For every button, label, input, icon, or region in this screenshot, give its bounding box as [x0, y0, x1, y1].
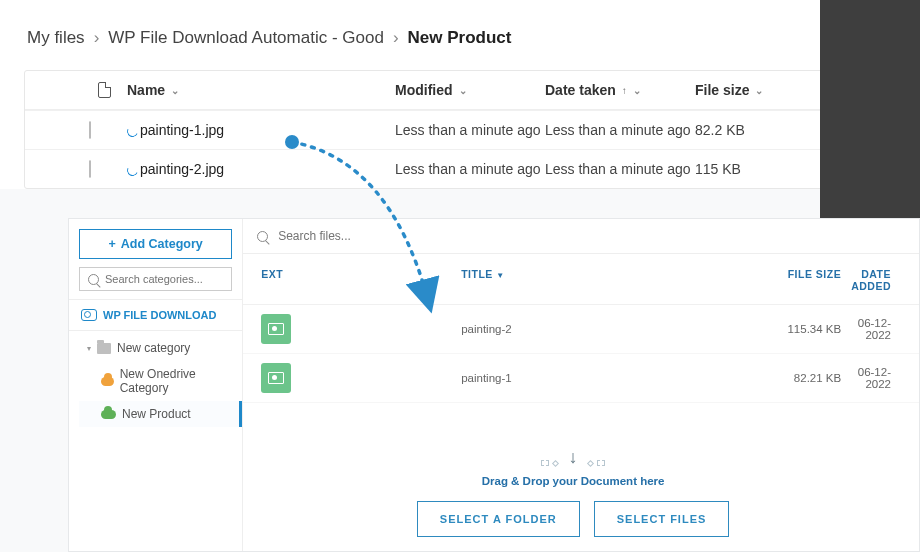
file-size: 115 KB: [695, 161, 795, 177]
plus-icon: +: [108, 237, 115, 251]
select-folder-button[interactable]: SELECT A FOLDER: [417, 501, 580, 537]
file-modified: Less than a minute ago: [395, 161, 545, 177]
column-date-taken[interactable]: Date taken↑⌄: [545, 82, 695, 98]
sort-desc-icon: ▼: [496, 271, 504, 280]
sidebar-item-new-category[interactable]: ▾ New category: [79, 335, 232, 361]
file-type-column-icon[interactable]: [81, 82, 127, 98]
file-title: painting-2: [461, 323, 701, 335]
search-files-row: [243, 219, 919, 254]
table-row[interactable]: painting-2.jpg Less than a minute ago Le…: [25, 149, 898, 188]
file-modified: Less than a minute ago: [395, 122, 545, 138]
sidebar-item-new-product[interactable]: New Product: [79, 401, 242, 427]
cloud-product-icon: [101, 410, 116, 419]
file-table: Name⌄ Modified⌄ Date taken↑⌄ File size⌄ …: [24, 70, 899, 189]
background-strip: [820, 0, 920, 220]
download-arrow-icon: ↓: [562, 448, 584, 466]
dropzone-text: Drag & Drop your Document here: [482, 475, 665, 487]
column-name[interactable]: Name⌄: [127, 82, 395, 98]
dropzone[interactable]: ↓ Drag & Drop your Document here SELECT …: [243, 428, 919, 551]
file-date: 06-12-2022: [851, 317, 901, 341]
upload-illustration: ↓: [541, 448, 605, 466]
sidebar-item-label: New Onedrive Category: [120, 367, 228, 395]
search-icon: [257, 231, 268, 242]
document-icon: [98, 82, 111, 98]
sidebar-item-label: New category: [117, 341, 190, 355]
file-date-taken: Less than a minute ago: [545, 161, 695, 177]
file-date: 06-12-2022: [851, 366, 901, 390]
table-row[interactable]: painting-1.jpg Less than a minute ago Le…: [25, 110, 898, 149]
search-categories-input[interactable]: [79, 267, 232, 291]
sidebar: + Add Category WP FILE DOWNLOAD ▾ New ca…: [69, 219, 243, 551]
cloud-onedrive-icon: [101, 377, 114, 386]
chevron-right-icon: ›: [393, 28, 399, 48]
file-table-header: Name⌄ Modified⌄ Date taken↑⌄ File size⌄: [25, 71, 898, 110]
brand-icon: [81, 309, 97, 321]
column-dateadded[interactable]: DATE ADDED: [851, 268, 901, 292]
column-modified[interactable]: Modified⌄: [395, 82, 545, 98]
arrow-up-icon: ↑: [622, 85, 627, 96]
file-name: painting-1.jpg: [140, 122, 224, 138]
file-size: 82.21 KB: [701, 372, 851, 384]
select-files-button[interactable]: SELECT FILES: [594, 501, 730, 537]
breadcrumb-folder[interactable]: WP File Download Automatic - Good: [108, 28, 384, 48]
sync-icon: [127, 126, 138, 137]
breadcrumb: My files › WP File Download Automatic - …: [0, 28, 920, 70]
brand-header[interactable]: WP FILE DOWNLOAD: [69, 299, 242, 331]
file-title: painting-1: [461, 372, 701, 384]
file-row[interactable]: painting-1 82.21 KB 06-12-2022: [243, 354, 919, 403]
add-category-button[interactable]: + Add Category: [79, 229, 232, 259]
file-name: painting-2.jpg: [140, 161, 224, 177]
chevron-down-icon: ⌄: [459, 85, 467, 96]
file-row[interactable]: painting-2 115.34 KB 06-12-2022: [243, 305, 919, 354]
breadcrumb-current: New Product: [408, 28, 512, 48]
collapse-icon: ▾: [87, 344, 91, 353]
image-thumbnail-icon: [89, 121, 91, 139]
column-ext[interactable]: EXT: [261, 268, 461, 292]
file-date-taken: Less than a minute ago: [545, 122, 695, 138]
cloud-file-browser: My files › WP File Download Automatic - …: [0, 0, 920, 189]
folder-icon: [97, 343, 111, 354]
chevron-right-icon: ›: [94, 28, 100, 48]
sidebar-item-onedrive[interactable]: New Onedrive Category: [79, 361, 232, 401]
breadcrumb-root[interactable]: My files: [27, 28, 85, 48]
search-icon: [88, 274, 99, 285]
file-size: 115.34 KB: [701, 323, 851, 335]
search-files-input[interactable]: [278, 229, 478, 243]
image-thumbnail-icon: [89, 160, 91, 178]
chevron-down-icon: ⌄: [755, 85, 763, 96]
column-file-size[interactable]: File size⌄: [695, 82, 795, 98]
files-table-header: EXT TITLE ▼ FILE SIZE DATE ADDED: [243, 254, 919, 305]
sidebar-item-label: New Product: [122, 407, 191, 421]
chevron-down-icon: ⌄: [633, 85, 641, 96]
category-tree: ▾ New category New Onedrive Category New…: [79, 335, 232, 427]
file-size: 82.2 KB: [695, 122, 795, 138]
column-filesize[interactable]: FILE SIZE: [701, 268, 851, 292]
sync-icon: [127, 165, 138, 176]
main-content: EXT TITLE ▼ FILE SIZE DATE ADDED paintin…: [243, 219, 919, 551]
ext-image-icon: [261, 363, 291, 393]
column-title[interactable]: TITLE ▼: [461, 268, 701, 292]
wp-file-download-panel: + Add Category WP FILE DOWNLOAD ▾ New ca…: [68, 218, 920, 552]
search-categories-field[interactable]: [105, 273, 223, 285]
chevron-down-icon: ⌄: [171, 85, 179, 96]
ext-image-icon: [261, 314, 291, 344]
